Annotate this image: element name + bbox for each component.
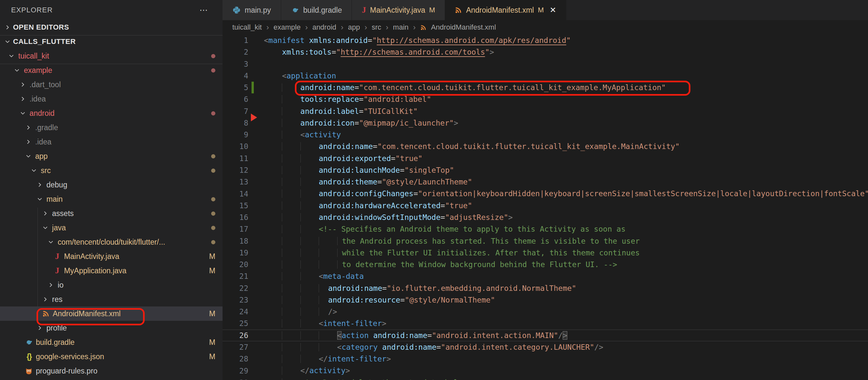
- workspace-label: CALLS_FLUTTER: [13, 37, 75, 46]
- code-line-24[interactable]: />: [264, 306, 868, 317]
- code-line-27[interactable]: <category android:name="android.intent.c…: [264, 341, 868, 353]
- code-line-21[interactable]: <meta-data: [264, 270, 868, 282]
- code-editor[interactable]: 1234567891011121314151617181920212223242…: [222, 34, 868, 380]
- workspace-section[interactable]: CALLS_FLUTTER: [0, 34, 222, 49]
- code-line-17[interactable]: <!-- Specifies an Android theme to apply…: [264, 223, 868, 235]
- chevron-down-icon: [7, 52, 16, 60]
- tree-indent-guide: [37, 208, 38, 307]
- tree-item-java[interactable]: java: [0, 220, 222, 235]
- code-line-19[interactable]: while the Flutter UI initializes. After …: [264, 247, 868, 258]
- code-line-11[interactable]: android:exported="true": [264, 152, 868, 164]
- code-line-6[interactable]: tools:replace="android:label": [264, 93, 868, 105]
- breadcrumb-item-file[interactable]: AndroidManifest.xml: [431, 23, 496, 32]
- tree-item-io[interactable]: io: [0, 278, 222, 292]
- owl-file-icon: [24, 366, 34, 376]
- tab-androidmanifest-xml[interactable]: AndroidManifest.xmlM✕: [445, 0, 566, 20]
- chevron-down-icon: [19, 109, 27, 117]
- tab-mainactivity-java[interactable]: JMainActivity.javaM: [352, 0, 445, 20]
- tree-item-main[interactable]: main: [0, 192, 222, 206]
- git-modified-badge: M: [209, 267, 215, 275]
- breadcrumb-separator: ›: [413, 23, 416, 32]
- code-line-26[interactable]: <action android:name="android.intent.act…: [264, 330, 868, 341]
- chevron-down-icon: [46, 238, 55, 246]
- tree-item-tuicall-kit[interactable]: tuicall_kit: [0, 49, 222, 63]
- code-line-3[interactable]: [264, 58, 868, 70]
- tree-item-label: assets: [52, 209, 74, 218]
- code-line-16[interactable]: android:windowSoftInputMode="adjustResiz…: [264, 211, 868, 223]
- open-editors-section[interactable]: OPEN EDITORS: [0, 20, 222, 34]
- breadcrumb-item-src[interactable]: src: [372, 23, 381, 32]
- code-line-20[interactable]: to determine the Window background behin…: [264, 258, 868, 270]
- tree-item-dart-tool[interactable]: .dart_tool: [0, 77, 222, 92]
- code-line-2[interactable]: xmlns:tools="http://schemas.android.com/…: [264, 46, 868, 58]
- breadcrumb-item-app[interactable]: app: [348, 23, 360, 32]
- tree-item-idea[interactable]: .idea: [0, 135, 222, 149]
- code-line-7[interactable]: android:label="TUICallKit": [264, 105, 868, 117]
- chevron-down-icon: [13, 66, 21, 74]
- code-line-15[interactable]: android:hardwareAccelerated="true": [264, 200, 868, 211]
- tree-item-gradle[interactable]: .gradle: [0, 120, 222, 135]
- code-line-25[interactable]: <intent-filter>: [264, 317, 868, 329]
- code-line-12[interactable]: android:launchMode="singleTop": [264, 164, 868, 176]
- tree-item-build-gradle[interactable]: build.gradleM: [0, 335, 222, 349]
- code-line-22[interactable]: android:name="io.flutter.embedding.andro…: [264, 282, 868, 294]
- tree-item-label: android: [30, 109, 55, 118]
- code-line-4[interactable]: <application: [264, 70, 868, 82]
- tab-label: MainActivity.java: [370, 6, 425, 14]
- section-divider: [0, 35, 222, 35]
- tree-item-example[interactable]: example: [0, 63, 222, 77]
- tree-item-idea[interactable]: .idea: [0, 92, 222, 106]
- code-line-1[interactable]: <manifest xmlns:android="http://schemas.…: [264, 34, 868, 46]
- code-line-5[interactable]: android:name="com.tencent.cloud.tuikit.f…: [264, 82, 868, 93]
- line-number: 20: [222, 258, 248, 271]
- tree-item-proguard-rules-pro[interactable]: proguard-rules.pro: [0, 364, 222, 378]
- code-line-30[interactable]: <!-- Don't delete the meta-data below.: [264, 377, 868, 380]
- breadcrumb-item-android[interactable]: android: [312, 23, 336, 32]
- tree-item-assets[interactable]: assets: [0, 206, 222, 220]
- breadcrumb-item-tuicall-kit[interactable]: tuicall_kit: [232, 23, 261, 32]
- line-number: 5: [222, 82, 248, 94]
- more-actions-icon[interactable]: ⋯: [199, 5, 208, 15]
- tree-item-src[interactable]: src: [0, 163, 222, 178]
- breadcrumb-item-main[interactable]: main: [393, 23, 409, 32]
- code-line-14[interactable]: android:configChanges="orientation|keybo…: [264, 188, 868, 200]
- code-line-23[interactable]: android:resource="@style/NormalTheme": [264, 294, 868, 306]
- tree-item-profile[interactable]: profile: [0, 321, 222, 335]
- explorer-header: EXPLORER ⋯: [0, 0, 222, 20]
- line-number: 12: [222, 164, 248, 176]
- tree-item-mainactivity-java[interactable]: JMainActivity.javaM: [0, 249, 222, 264]
- tab-build-gradle[interactable]: build.gradle: [281, 0, 352, 20]
- tree-item-label: io: [58, 281, 64, 289]
- editor-gutter: 1234567891011121314151617181920212223242…: [222, 34, 264, 380]
- code-line-18[interactable]: the Android process has started. This th…: [264, 235, 868, 247]
- chevron-down-icon: [35, 195, 44, 203]
- code-line-29[interactable]: </activity>: [264, 365, 868, 376]
- code-line-28[interactable]: </intent-filter>: [264, 353, 868, 365]
- tree-item-label: MyApplication.java: [64, 267, 126, 275]
- tree-item-label: proguard-rules.pro: [36, 367, 97, 375]
- chevron-right-icon: [41, 209, 50, 218]
- tree-item-app[interactable]: app: [0, 149, 222, 163]
- tree-item-androidmanifest-xml[interactable]: AndroidManifest.xmlM: [0, 307, 222, 321]
- tree-item-android[interactable]: android: [0, 106, 222, 120]
- git-changes-dot: [211, 111, 215, 115]
- open-editors-label: OPEN EDITORS: [13, 23, 69, 32]
- git-modified-badge: M: [209, 352, 215, 361]
- git-modified-badge: M: [209, 252, 215, 261]
- tree-item-myapplication-java[interactable]: JMyApplication.javaM: [0, 264, 222, 278]
- code-line-8[interactable]: android:icon="@mipmap/ic_launcher">: [264, 117, 868, 129]
- tree-item-com-tencent-cloud-tuikit-flutter[interactable]: com/tencent/cloud/tuikit/flutter/...: [0, 235, 222, 249]
- close-icon[interactable]: ✕: [550, 5, 556, 14]
- code-line-10[interactable]: android:name="com.tencent.cloud.tuikit.f…: [264, 141, 868, 152]
- tree-item-google-services-json[interactable]: { }google-services.jsonM: [0, 349, 222, 364]
- tree-item-res[interactable]: res: [0, 292, 222, 307]
- file-tree: tuicall_kitexample.dart_tool.ideaandroid…: [0, 49, 222, 378]
- code-line-13[interactable]: android:theme="@style/LaunchTheme": [264, 176, 868, 188]
- explorer-sidebar: EXPLORER ⋯ OPEN EDITORS CALLS_FLUTTER tu…: [0, 0, 222, 380]
- code-line-9[interactable]: <activity: [264, 129, 868, 141]
- breadcrumb-separator: ›: [341, 23, 343, 32]
- tab-main-py[interactable]: main.py: [222, 0, 281, 20]
- tree-item-debug[interactable]: debug: [0, 178, 222, 192]
- breadcrumb-item-example[interactable]: example: [273, 23, 301, 32]
- line-number: 22: [222, 282, 248, 295]
